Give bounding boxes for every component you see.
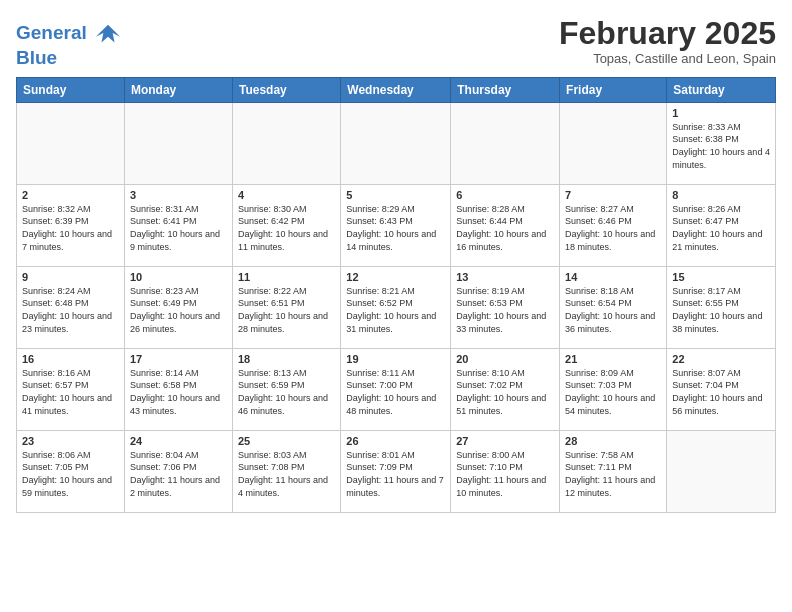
calendar-cell (451, 102, 560, 184)
day-info: Sunrise: 8:28 AM Sunset: 6:44 PM Dayligh… (456, 203, 554, 253)
day-info: Sunrise: 8:24 AM Sunset: 6:48 PM Dayligh… (22, 285, 119, 335)
day-number: 8 (672, 189, 770, 201)
calendar-table: SundayMondayTuesdayWednesdayThursdayFrid… (16, 77, 776, 513)
logo-blue: Blue (16, 48, 122, 69)
page: General Blue February 2025 Topas, Castil… (0, 0, 792, 612)
day-number: 27 (456, 435, 554, 447)
day-info: Sunrise: 8:10 AM Sunset: 7:02 PM Dayligh… (456, 367, 554, 417)
day-info: Sunrise: 8:17 AM Sunset: 6:55 PM Dayligh… (672, 285, 770, 335)
calendar-cell: 1Sunrise: 8:33 AM Sunset: 6:38 PM Daylig… (667, 102, 776, 184)
calendar-cell: 5Sunrise: 8:29 AM Sunset: 6:43 PM Daylig… (341, 184, 451, 266)
calendar-cell: 14Sunrise: 8:18 AM Sunset: 6:54 PM Dayli… (560, 266, 667, 348)
calendar-cell: 16Sunrise: 8:16 AM Sunset: 6:57 PM Dayli… (17, 348, 125, 430)
calendar-cell: 3Sunrise: 8:31 AM Sunset: 6:41 PM Daylig… (124, 184, 232, 266)
day-number: 5 (346, 189, 445, 201)
day-number: 4 (238, 189, 335, 201)
day-info: Sunrise: 8:33 AM Sunset: 6:38 PM Dayligh… (672, 121, 770, 171)
calendar-cell: 6Sunrise: 8:28 AM Sunset: 6:44 PM Daylig… (451, 184, 560, 266)
calendar-cell: 28Sunrise: 7:58 AM Sunset: 7:11 PM Dayli… (560, 430, 667, 512)
day-info: Sunrise: 8:00 AM Sunset: 7:10 PM Dayligh… (456, 449, 554, 499)
calendar-cell: 13Sunrise: 8:19 AM Sunset: 6:53 PM Dayli… (451, 266, 560, 348)
calendar-cell: 19Sunrise: 8:11 AM Sunset: 7:00 PM Dayli… (341, 348, 451, 430)
calendar-cell: 24Sunrise: 8:04 AM Sunset: 7:06 PM Dayli… (124, 430, 232, 512)
day-info: Sunrise: 8:07 AM Sunset: 7:04 PM Dayligh… (672, 367, 770, 417)
day-info: Sunrise: 8:13 AM Sunset: 6:59 PM Dayligh… (238, 367, 335, 417)
calendar-cell: 4Sunrise: 8:30 AM Sunset: 6:42 PM Daylig… (232, 184, 340, 266)
calendar-cell (124, 102, 232, 184)
day-info: Sunrise: 8:06 AM Sunset: 7:05 PM Dayligh… (22, 449, 119, 499)
calendar-cell: 23Sunrise: 8:06 AM Sunset: 7:05 PM Dayli… (17, 430, 125, 512)
calendar-week-2: 2Sunrise: 8:32 AM Sunset: 6:39 PM Daylig… (17, 184, 776, 266)
day-number: 11 (238, 271, 335, 283)
calendar-cell: 10Sunrise: 8:23 AM Sunset: 6:49 PM Dayli… (124, 266, 232, 348)
calendar-cell: 2Sunrise: 8:32 AM Sunset: 6:39 PM Daylig… (17, 184, 125, 266)
day-number: 2 (22, 189, 119, 201)
day-number: 14 (565, 271, 661, 283)
day-number: 9 (22, 271, 119, 283)
weekday-header-monday: Monday (124, 77, 232, 102)
calendar-cell: 15Sunrise: 8:17 AM Sunset: 6:55 PM Dayli… (667, 266, 776, 348)
day-info: Sunrise: 8:32 AM Sunset: 6:39 PM Dayligh… (22, 203, 119, 253)
day-info: Sunrise: 8:18 AM Sunset: 6:54 PM Dayligh… (565, 285, 661, 335)
calendar-cell: 17Sunrise: 8:14 AM Sunset: 6:58 PM Dayli… (124, 348, 232, 430)
day-info: Sunrise: 8:16 AM Sunset: 6:57 PM Dayligh… (22, 367, 119, 417)
calendar-cell: 11Sunrise: 8:22 AM Sunset: 6:51 PM Dayli… (232, 266, 340, 348)
calendar-cell: 25Sunrise: 8:03 AM Sunset: 7:08 PM Dayli… (232, 430, 340, 512)
calendar-cell: 27Sunrise: 8:00 AM Sunset: 7:10 PM Dayli… (451, 430, 560, 512)
day-info: Sunrise: 8:31 AM Sunset: 6:41 PM Dayligh… (130, 203, 227, 253)
day-info: Sunrise: 8:26 AM Sunset: 6:47 PM Dayligh… (672, 203, 770, 253)
weekday-header-tuesday: Tuesday (232, 77, 340, 102)
calendar-week-4: 16Sunrise: 8:16 AM Sunset: 6:57 PM Dayli… (17, 348, 776, 430)
day-number: 1 (672, 107, 770, 119)
calendar-cell: 18Sunrise: 8:13 AM Sunset: 6:59 PM Dayli… (232, 348, 340, 430)
day-info: Sunrise: 8:03 AM Sunset: 7:08 PM Dayligh… (238, 449, 335, 499)
weekday-header-saturday: Saturday (667, 77, 776, 102)
calendar-header-row: SundayMondayTuesdayWednesdayThursdayFrid… (17, 77, 776, 102)
calendar-cell (17, 102, 125, 184)
calendar-cell (560, 102, 667, 184)
day-number: 23 (22, 435, 119, 447)
day-info: Sunrise: 8:14 AM Sunset: 6:58 PM Dayligh… (130, 367, 227, 417)
day-number: 13 (456, 271, 554, 283)
weekday-header-thursday: Thursday (451, 77, 560, 102)
header: General Blue February 2025 Topas, Castil… (16, 16, 776, 69)
day-info: Sunrise: 8:11 AM Sunset: 7:00 PM Dayligh… (346, 367, 445, 417)
weekday-header-sunday: Sunday (17, 77, 125, 102)
month-title: February 2025 (559, 16, 776, 51)
day-number: 16 (22, 353, 119, 365)
weekday-header-friday: Friday (560, 77, 667, 102)
day-number: 26 (346, 435, 445, 447)
day-info: Sunrise: 8:27 AM Sunset: 6:46 PM Dayligh… (565, 203, 661, 253)
calendar-cell (232, 102, 340, 184)
svg-marker-0 (96, 25, 120, 43)
calendar-cell: 12Sunrise: 8:21 AM Sunset: 6:52 PM Dayli… (341, 266, 451, 348)
day-number: 6 (456, 189, 554, 201)
calendar-cell: 7Sunrise: 8:27 AM Sunset: 6:46 PM Daylig… (560, 184, 667, 266)
day-info: Sunrise: 8:22 AM Sunset: 6:51 PM Dayligh… (238, 285, 335, 335)
day-number: 21 (565, 353, 661, 365)
day-number: 17 (130, 353, 227, 365)
day-number: 12 (346, 271, 445, 283)
calendar-cell: 9Sunrise: 8:24 AM Sunset: 6:48 PM Daylig… (17, 266, 125, 348)
logo: General Blue (16, 20, 122, 69)
calendar-week-5: 23Sunrise: 8:06 AM Sunset: 7:05 PM Dayli… (17, 430, 776, 512)
day-number: 20 (456, 353, 554, 365)
day-number: 15 (672, 271, 770, 283)
day-number: 18 (238, 353, 335, 365)
calendar-week-1: 1Sunrise: 8:33 AM Sunset: 6:38 PM Daylig… (17, 102, 776, 184)
day-number: 24 (130, 435, 227, 447)
weekday-header-wednesday: Wednesday (341, 77, 451, 102)
location-subtitle: Topas, Castille and Leon, Spain (559, 51, 776, 66)
calendar-cell: 21Sunrise: 8:09 AM Sunset: 7:03 PM Dayli… (560, 348, 667, 430)
day-info: Sunrise: 7:58 AM Sunset: 7:11 PM Dayligh… (565, 449, 661, 499)
calendar-cell: 26Sunrise: 8:01 AM Sunset: 7:09 PM Dayli… (341, 430, 451, 512)
calendar-cell: 20Sunrise: 8:10 AM Sunset: 7:02 PM Dayli… (451, 348, 560, 430)
day-number: 3 (130, 189, 227, 201)
day-number: 7 (565, 189, 661, 201)
day-info: Sunrise: 8:23 AM Sunset: 6:49 PM Dayligh… (130, 285, 227, 335)
day-info: Sunrise: 8:04 AM Sunset: 7:06 PM Dayligh… (130, 449, 227, 499)
day-info: Sunrise: 8:09 AM Sunset: 7:03 PM Dayligh… (565, 367, 661, 417)
calendar-cell: 22Sunrise: 8:07 AM Sunset: 7:04 PM Dayli… (667, 348, 776, 430)
calendar-week-3: 9Sunrise: 8:24 AM Sunset: 6:48 PM Daylig… (17, 266, 776, 348)
day-number: 28 (565, 435, 661, 447)
